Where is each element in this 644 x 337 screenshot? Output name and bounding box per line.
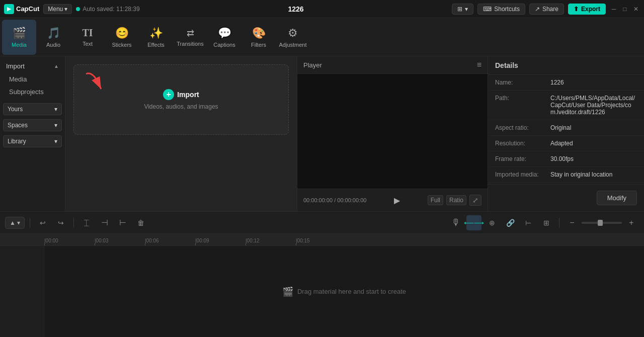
yours-dropdown-btn[interactable]: Yours ▾ — [3, 103, 62, 115]
yours-chevron-icon: ▾ — [54, 106, 57, 113]
tool-text-label: Text — [83, 41, 93, 47]
tool-text[interactable]: TI Text — [70, 20, 105, 55]
menu-button[interactable]: Menu ▾ — [43, 4, 72, 14]
play-button[interactable]: ▶ — [390, 193, 404, 207]
zoom-in-button[interactable]: + — [624, 215, 639, 230]
share-icon: ↗ — [535, 6, 540, 13]
media-icon: 🎬 — [13, 27, 26, 40]
toolbar-separator-1 — [30, 218, 30, 228]
select-cursor-icon: ▲ — [10, 219, 16, 226]
nav-subprojects[interactable]: Subprojects — [3, 86, 62, 98]
redo-button[interactable]: ↪ — [53, 215, 68, 230]
library-dropdown-btn[interactable]: Library ▾ — [3, 135, 62, 147]
select-tool-button[interactable]: ▲ ▾ — [5, 217, 25, 229]
timeline-toolbar: ▲ ▾ ↩ ↪ ⌶ ⊣ ⊢ 🗑 🎙 ⟵⟶ ⊕ 🔗 ⊢ ⊞ − + — [0, 212, 644, 234]
player-ctrl-buttons: Full Ratio ⤢ — [428, 195, 481, 206]
player-title: Player — [303, 61, 322, 69]
delete-button[interactable]: 🗑 — [133, 215, 148, 230]
import-section-title: Import — [6, 62, 25, 70]
import-button-label: Import — [177, 91, 199, 99]
tool-audio[interactable]: 🎵 Audio — [36, 20, 70, 55]
maximize-button[interactable]: □ — [621, 5, 629, 13]
shortcuts-label: Shortcuts — [494, 6, 520, 13]
export-button[interactable]: ⬆ Export — [568, 4, 606, 15]
tool-filters[interactable]: 🎨 Filters — [242, 20, 276, 55]
player-header: Player ≡ — [297, 56, 488, 74]
tool-captions-label: Captions — [213, 42, 235, 48]
import-section-header[interactable]: Import ▲ — [3, 59, 62, 73]
player-controls: 00:00:00:00 / 00:00:00:00 ▶ Full Ratio ⤢ — [297, 189, 488, 211]
details-panel: Details Name: 1226 Path: C:/Users/PMLS/A… — [488, 56, 644, 211]
logo-icon: ▶ — [4, 4, 14, 14]
ruler-mark-2: |00:06 — [145, 238, 195, 243]
detail-row-resolution: Resolution: Adapted — [488, 136, 644, 151]
yours-dropdown: Yours ▾ — [3, 103, 62, 115]
layout-chevron-icon: ▾ — [465, 6, 468, 13]
import-subtitle: Videos, audios, and images — [144, 103, 218, 110]
close-button[interactable]: ✕ — [632, 5, 640, 13]
main-toolbar: 🎬 Media 🎵 Audio TI Text 😊 Stickers ✨ Eff… — [0, 18, 644, 56]
toolbar-separator-2 — [73, 218, 74, 228]
detail-row-imported: Imported media: Stay in original locatio… — [488, 167, 644, 183]
detail-label-resolution: Resolution: — [495, 140, 550, 147]
tool-stickers[interactable]: 😊 Stickers — [105, 20, 139, 55]
expand-button[interactable]: ⤢ — [469, 195, 481, 206]
effects-icon: ✨ — [149, 27, 163, 40]
autosave-dot-icon — [76, 7, 80, 11]
snap-button[interactable]: ⟵⟶ — [466, 215, 481, 230]
spaces-chevron-icon: ▾ — [54, 122, 57, 129]
timeline-tracks[interactable]: 🎬 Drag material here and start to create — [44, 246, 644, 337]
link-button[interactable]: 🔗 — [503, 215, 518, 230]
detail-row-aspect: Aspect ratio: Original — [488, 120, 644, 136]
zoom-out-button[interactable]: − — [565, 215, 580, 230]
split-audio-button[interactable]: ⊢ — [521, 215, 536, 230]
layout-button[interactable]: ⊞ ▾ — [452, 4, 473, 15]
shortcuts-button[interactable]: ⌨ Shortcuts — [477, 4, 525, 15]
ruler-mark-5: |00:15 — [296, 238, 346, 243]
export-icon: ⬆ — [574, 6, 579, 13]
tool-adjustment-label: Adjustment — [279, 42, 306, 48]
split-button[interactable]: ⌶ — [79, 215, 94, 230]
ruler-mark-4: |00:12 — [246, 238, 296, 243]
spaces-dropdown-btn[interactable]: Spaces ▾ — [3, 119, 62, 131]
trim-left-button[interactable]: ⊣ — [97, 215, 112, 230]
zoom-track[interactable] — [582, 222, 622, 224]
tool-captions[interactable]: 💬 Captions — [207, 20, 242, 55]
stickers-icon: 😊 — [115, 27, 129, 40]
import-drop-area[interactable]: + Import Videos, audios, and images — [73, 64, 289, 135]
yours-label: Yours — [8, 106, 23, 113]
title-bar-left: ▶ CapCut Menu ▾ Auto saved: 11:28:39 — [4, 4, 140, 14]
project-title: 1226 — [288, 5, 303, 13]
timeline-right-tools: 🎙 ⟵⟶ ⊕ 🔗 ⊢ ⊞ − + — [448, 215, 639, 230]
player-menu-icon[interactable]: ≡ — [477, 60, 481, 69]
modify-button[interactable]: Modify — [597, 191, 637, 205]
tool-transitions[interactable]: ⇄ Transitions — [173, 20, 207, 55]
detail-row-framerate: Frame rate: 30.00fps — [488, 151, 644, 167]
trim-right-button[interactable]: ⊢ — [115, 215, 130, 230]
tool-media[interactable]: 🎬 Media — [2, 20, 36, 55]
detail-value-name: 1226 — [550, 79, 637, 86]
import-chevron-icon: ▲ — [54, 63, 59, 69]
share-label: Share — [542, 6, 558, 13]
player-time: 00:00:00:00 / 00:00:00:00 — [303, 197, 366, 203]
magnet-button[interactable]: ⊕ — [485, 215, 500, 230]
zoom-slider: − + — [565, 215, 639, 230]
center-panel: + Import Videos, audios, and images — [65, 56, 297, 211]
share-button[interactable]: ↗ Share — [529, 4, 564, 15]
full-button[interactable]: Full — [428, 195, 443, 205]
detail-label-path: Path: — [495, 95, 550, 116]
pip-button[interactable]: ⊞ — [539, 215, 554, 230]
tool-adjustment[interactable]: ⚙ Adjustment — [276, 20, 310, 55]
detail-label-name: Name: — [495, 79, 550, 86]
detail-value-framerate: 30.00fps — [550, 155, 637, 162]
undo-button[interactable]: ↩ — [35, 215, 50, 230]
main-area: Import ▲ Media Subprojects Yours ▾ Space… — [0, 56, 644, 211]
minimize-button[interactable]: ─ — [610, 5, 618, 13]
layout-icon: ⊞ — [457, 6, 462, 13]
tool-effects[interactable]: ✨ Effects — [139, 20, 173, 55]
transitions-icon: ⇄ — [187, 28, 194, 39]
import-button[interactable]: + Import — [163, 89, 199, 100]
nav-media[interactable]: Media — [3, 73, 62, 86]
mic-button[interactable]: 🎙 — [448, 215, 463, 230]
ratio-button[interactable]: Ratio — [446, 195, 466, 205]
